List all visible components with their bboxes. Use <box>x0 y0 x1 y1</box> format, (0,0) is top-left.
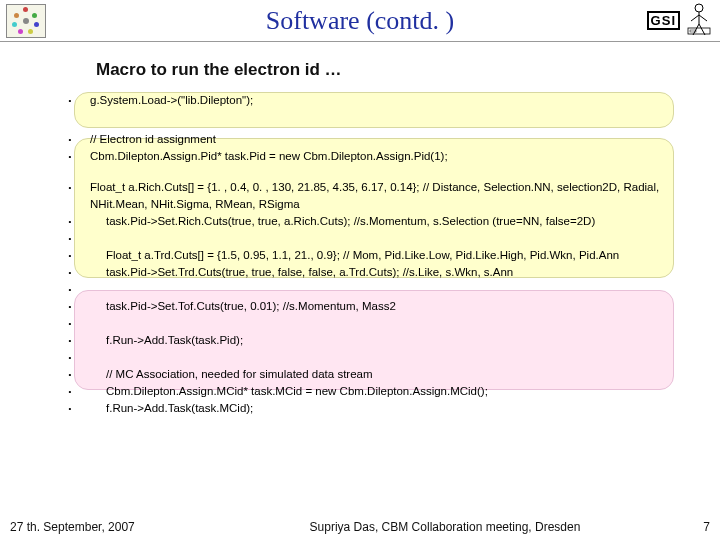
slide-footer: 27 th. September, 2007 Supriya Das, CBM … <box>0 520 720 534</box>
code-line: • <box>50 230 700 247</box>
code-line: •// MC Association, needed for simulated… <box>50 366 700 383</box>
code-text: g.System.Load->("lib.Dilepton"); <box>90 92 700 109</box>
gsi-logo-group: GSI <box>647 2 714 38</box>
code-line: •task.Pid->Set.Trd.Cuts(true, true, fals… <box>50 264 700 281</box>
code-text: task.Pid->Set.Trd.Cuts(true, true, false… <box>90 264 700 281</box>
code-line: •task.Pid->Set.Tof.Cuts(true, 0.01); //s… <box>50 298 700 315</box>
code-text: Cbm.Dilepton.Assign.MCid* task.MCid = ne… <box>90 383 700 400</box>
code-line: •g.System.Load->("lib.Dilepton"); <box>50 92 700 109</box>
cbm-ball-logo <box>6 4 46 38</box>
code-line: •Float_t a.Trd.Cuts[] = {1.5, 0.95, 1.1,… <box>50 247 700 264</box>
code-line: • <box>50 281 700 298</box>
footer-center: Supriya Das, CBM Collaboration meeting, … <box>210 520 680 534</box>
footer-page-number: 7 <box>680 520 710 534</box>
code-text: // MC Association, needed for simulated … <box>90 366 700 383</box>
svg-line-2 <box>691 15 699 21</box>
code-text: task.Pid->Set.Rich.Cuts(true, true, a.Ri… <box>90 213 700 230</box>
code-line: •task.Pid->Set.Rich.Cuts(true, true, a.R… <box>50 213 700 230</box>
code-text: Cbm.Dilepton.Assign.Pid* task.Pid = new … <box>90 148 700 165</box>
cbm-figure-icon <box>684 2 714 38</box>
svg-line-4 <box>693 24 699 35</box>
svg-point-0 <box>695 4 703 12</box>
slide-header: Software (contd. ) GSI <box>0 0 720 42</box>
slide-subtitle: Macro to run the electron id … <box>96 60 720 80</box>
code-line: •Float_t a.Rich.Cuts[] = {1. , 0.4, 0. ,… <box>50 179 700 213</box>
code-text: Float_t a.Trd.Cuts[] = {1.5, 0.95, 1.1, … <box>90 247 700 264</box>
spacer <box>50 109 700 131</box>
code-text: Float_t a.Rich.Cuts[] = {1. , 0.4, 0. , … <box>90 179 700 213</box>
svg-rect-6 <box>688 28 710 34</box>
code-content: •g.System.Load->("lib.Dilepton"); •// El… <box>0 92 720 417</box>
code-line: •f.Run->Add.Task(task.Pid); <box>50 332 700 349</box>
code-line: • <box>50 315 700 332</box>
code-text: // Electron id assignment <box>90 131 700 148</box>
code-line: •f.Run->Add.Task(task.MCid); <box>50 400 700 417</box>
code-line: •Cbm.Dilepton.Assign.Pid* task.Pid = new… <box>50 148 700 165</box>
code-text: task.Pid->Set.Tof.Cuts(true, 0.01); //s.… <box>90 298 700 315</box>
gsi-logo: GSI <box>647 11 680 30</box>
svg-line-3 <box>699 15 707 21</box>
code-text: f.Run->Add.Task(task.Pid); <box>90 332 700 349</box>
code-line: •Cbm.Dilepton.Assign.MCid* task.MCid = n… <box>50 383 700 400</box>
svg-line-5 <box>699 24 705 35</box>
code-text: f.Run->Add.Task(task.MCid); <box>90 400 700 417</box>
spacer <box>50 165 700 179</box>
slide-title: Software (contd. ) <box>0 0 720 36</box>
footer-date: 27 th. September, 2007 <box>10 520 210 534</box>
code-line: • <box>50 349 700 366</box>
code-line: •// Electron id assignment <box>50 131 700 148</box>
